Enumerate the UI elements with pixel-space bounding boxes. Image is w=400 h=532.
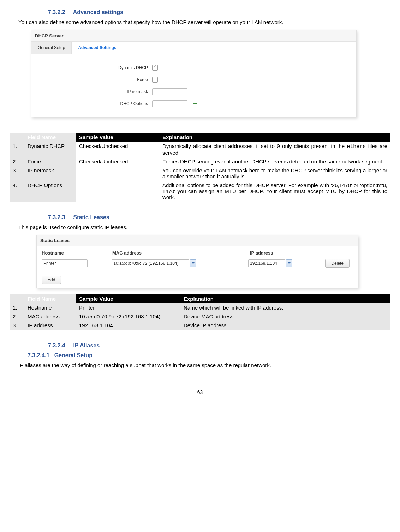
form-area: Dynamic DHCP Force IP netmask DHCP Optio…: [31, 54, 356, 117]
col-ip: IP address: [250, 250, 328, 256]
static-leases-panel: Static Leases Hostname MAC address IP ad…: [36, 235, 358, 288]
label-dynamic-dhcp: Dynamic DHCP: [31, 65, 152, 70]
label-dhcp-options: DHCP Options: [31, 101, 152, 106]
sv: Printer: [76, 303, 181, 312]
input-ip-netmask[interactable]: [152, 88, 187, 95]
heading-title: Static Leases: [73, 214, 109, 220]
checkbox-force[interactable]: [152, 77, 158, 83]
leases-header-row: Hostname MAC address IP address: [37, 246, 358, 258]
tab-general-setup[interactable]: General Setup: [31, 42, 72, 54]
sv: 192.168.1.104: [76, 321, 181, 330]
checkbox-dynamic-dhcp[interactable]: [152, 65, 158, 71]
heading-num: 7.3.2.4: [48, 342, 65, 348]
table-static-leases-fields: Field Name Sample Value Explanation 1. H…: [10, 294, 390, 330]
input-dhcp-options[interactable]: [152, 100, 187, 107]
ex: Device MAC address: [181, 312, 390, 321]
heading-general-setup: 7.3.2.4.1 General Setup: [28, 352, 390, 359]
fn: MAC address: [25, 312, 76, 321]
th-sample: Sample Value: [76, 133, 160, 142]
col-mac: MAC address: [112, 250, 250, 256]
fn: IP netmask: [25, 166, 76, 181]
idx: 2.: [10, 157, 25, 166]
idx: 4.: [10, 181, 25, 202]
fn: DHCP Options: [25, 181, 76, 202]
fn: Dynamic DHCP: [25, 142, 76, 157]
th-sample: Sample Value: [76, 294, 181, 303]
idx: 3.: [10, 321, 25, 330]
label-ip-netmask: IP netmask: [31, 89, 152, 94]
intro-advanced: You can also define some advanced option…: [18, 19, 390, 25]
table-advanced-fields: Field Name Sample Value Explanation 1. D…: [10, 133, 390, 202]
select-mac[interactable]: 10:a5:d0:70:9c:72 (192.168.1.104): [112, 259, 189, 267]
ex: Name which will be linked with IP addres…: [181, 303, 390, 312]
idx: 1.: [10, 142, 25, 157]
th-explanation: Explanation: [160, 133, 390, 142]
heading-advanced-settings: 7.3.2.2 Advanced settings: [48, 9, 390, 16]
sv: 10:a5:d0:70:9c:72 (192.168.1.104): [76, 312, 181, 321]
label-force: Force: [31, 77, 152, 82]
th-blank: [10, 294, 25, 303]
th-fieldname: Field Name: [25, 133, 76, 142]
ex: Dynamically allocate client addresses, i…: [160, 142, 390, 157]
ex: You can override your LAN netmask here t…: [160, 166, 390, 181]
page-number: 63: [10, 389, 390, 395]
sv: [76, 166, 160, 181]
heading-ip-aliases: 7.3.2.4 IP Aliases: [48, 342, 390, 349]
heading-static-leases: 7.3.2.3 Static Leases: [48, 214, 390, 221]
fn: Force: [25, 157, 76, 166]
input-hostname[interactable]: Printer: [42, 259, 88, 267]
panel-title: DHCP Server: [31, 30, 356, 42]
th-explanation: Explanation: [181, 294, 390, 303]
heading-title: Advanced settings: [73, 9, 123, 15]
delete-button[interactable]: Delete: [325, 259, 350, 268]
chevron-down-icon[interactable]: [286, 259, 292, 267]
lease-row: Printer 10:a5:d0:70:9c:72 (192.168.1.104…: [37, 258, 358, 272]
add-option-icon[interactable]: [192, 101, 198, 107]
ex: Forces DHCP serving even if another DHCP…: [160, 157, 390, 166]
heading-num: 7.3.2.2: [48, 9, 65, 15]
tab-advanced-settings[interactable]: Advanced Settings: [72, 42, 123, 54]
fn: IP address: [25, 321, 76, 330]
panel2-title: Static Leases: [37, 235, 358, 246]
dhcp-server-panel: DHCP Server General Setup Advanced Setti…: [31, 30, 357, 117]
fn: Hostname: [25, 303, 76, 312]
intro-ip-aliases: IP aliases are the way of defining or re…: [18, 362, 390, 368]
heading-title: General Setup: [54, 352, 92, 358]
intro-static-leases: This page is used to configure static IP…: [18, 224, 390, 230]
th-blank: [10, 133, 25, 142]
heading-num: 7.3.2.4.1: [28, 352, 49, 358]
ex: Additional options to be added for this …: [160, 181, 390, 202]
ex: Device IP address: [181, 321, 390, 330]
idx: 2.: [10, 312, 25, 321]
select-ip[interactable]: 192.168.1.104: [248, 259, 285, 267]
sv: Checked/Unchecked: [76, 142, 160, 157]
heading-num: 7.3.2.3: [48, 214, 65, 220]
idx: 3.: [10, 166, 25, 181]
idx: 1.: [10, 303, 25, 312]
chevron-down-icon[interactable]: [190, 259, 196, 267]
sv: [76, 181, 160, 202]
col-hostname: Hostname: [42, 250, 112, 256]
leases-footer: Add: [37, 272, 358, 288]
heading-title: IP Aliases: [73, 342, 100, 348]
th-fieldname: Field Name: [25, 294, 76, 303]
add-button[interactable]: Add: [42, 276, 61, 284]
sv: Checked/Unchecked: [76, 157, 160, 166]
tab-strip: General Setup Advanced Settings: [31, 42, 356, 54]
